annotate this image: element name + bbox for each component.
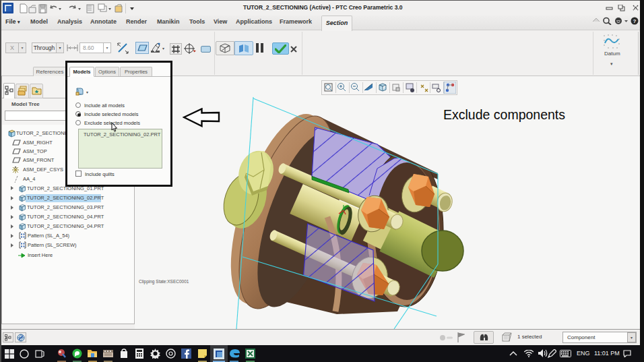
svg-text:?: ? [633, 18, 637, 24]
